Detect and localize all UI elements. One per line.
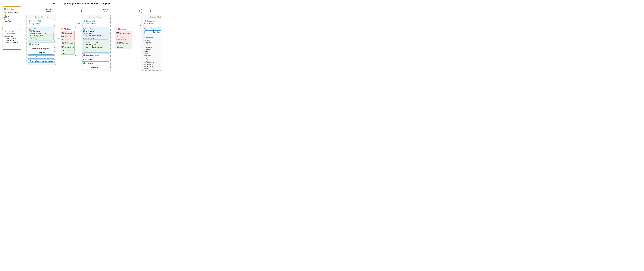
file-store-label-3-inner: File Store xyxy=(146,37,153,39)
context-window-21: Context Window ⚙ Control Unit 1. Test al… xyxy=(142,15,161,71)
file-store-header-1: 📁 File Store xyxy=(61,28,74,30)
file-register-html: ● register.html xyxy=(144,47,161,49)
file-store-header-3-inner: 📁 File Store xyxy=(143,37,161,39)
instruction2-item: 1. Create registration xyxy=(83,23,108,25)
file-user-py: ● user.py xyxy=(143,67,161,69)
user-icon: 👤 xyxy=(4,8,6,11)
file-app-py: ● app.py xyxy=(143,51,161,53)
file-test-mock-db-py: ● test_mock_db.py xyxy=(143,66,161,67)
templates-folder: 📁 templates xyxy=(143,40,161,42)
gear-icon-1: ⚙ xyxy=(29,20,31,22)
x-icon-2: ✗ xyxy=(83,54,86,56)
folder-icon-2: 📁 xyxy=(115,28,118,30)
folder-icon-1: 📁 xyxy=(61,28,63,30)
chat-icon-2: 💬 xyxy=(83,28,86,30)
file-home-html: ● home.html xyxy=(144,42,161,43)
columns-row: Context Window ⚙ Control Unit 1. Setup s… xyxy=(26,15,161,71)
chat-icon-21: 💬 xyxy=(144,28,146,30)
doc-icon: 📄 xyxy=(4,31,6,34)
file-store-header-2: 📁 File Store xyxy=(115,28,132,30)
file-group-chat-py: ● group_chat.py xyxy=(143,54,161,56)
user-task-header: 👤 User Task xyxy=(4,8,20,11)
write-file-2: [Write] file: app.py xyxy=(83,38,108,39)
llm-gen-header: 📄 LLM Gen.Instructions xyxy=(4,31,20,34)
folder-icon-3-inner: 📁 xyxy=(143,37,145,39)
valid-code-1: ✓ Valid code xyxy=(28,43,55,46)
complete-box-1: Complete xyxy=(28,51,55,55)
file-message-py: ● message.py xyxy=(143,56,161,58)
instruction1-block: Context Window ⚙ Control Unit 1. Setup s… xyxy=(26,15,76,65)
context-label-21: Context Window xyxy=(143,16,161,18)
error-label-2: Error. Failed 2 tests xyxy=(86,54,99,56)
user-task-content: Code an online chat app with: • Sign-up … xyxy=(4,11,20,27)
valid-code-label-1: Valid code xyxy=(32,44,39,45)
llm-resp-header-1: 💬 LLM Resp. xyxy=(29,28,54,30)
instruction2-label: Instruction 2. xyxy=(102,8,111,10)
control-unit-label-1: Control Unit xyxy=(31,20,41,22)
app-py-block-2: app.py from flask import Flask,request .… xyxy=(115,31,132,41)
control-unit-1: ⚙ Control Unit 1. Setup structure xyxy=(28,19,55,26)
file-store-2: 📁 File Store app.py from flask import Fl… xyxy=(114,27,133,50)
llm-gen-content: 1. Setup structure 2. Create registratio… xyxy=(4,35,20,48)
valid-code-2: ✓ Valid code xyxy=(82,61,109,65)
file-test-message-py: ● test_message.py xyxy=(143,64,161,66)
control-unit-2: ⚙ Control Unit 1. Create registration xyxy=(82,19,109,26)
dots-separator: · · · xyxy=(140,8,145,14)
write-file2-2: [Write] app.py xyxy=(82,58,109,61)
user-task-label: User Task xyxy=(7,8,14,10)
control-unit-21: ⚙ Control Unit 1. Test all code xyxy=(143,19,161,26)
control-unit-header-1: ⚙ Control Unit xyxy=(29,20,54,22)
write-file-1: [Write] file: app.py xyxy=(29,30,54,32)
gear-icon-21: ⚙ xyxy=(144,20,146,22)
instruction1-item: 1. Setup structure xyxy=(29,23,54,25)
llm-resp-21: 💬 LLM Resp. Complete xyxy=(143,27,161,36)
control-unit-label-21: Control Unit xyxy=(146,20,156,22)
page-title: L2MAC: Large Language Model Automatic Co… xyxy=(2,2,159,5)
file-status-html: ● status.html xyxy=(144,49,161,51)
context-window-2: Context Window ⚙ Control Unit 1. Create … xyxy=(80,15,111,71)
test-app-block-1: test_app.py from app import app, users w… xyxy=(61,41,74,55)
dots-middle: · · · xyxy=(135,23,139,29)
context-label-2: Context Window xyxy=(82,16,109,18)
llm-resp-label-1: LLM Resp. xyxy=(32,28,39,30)
file-store-label-1: File Store xyxy=(64,28,71,30)
file-test-app-py: ● test_app.py xyxy=(143,60,161,62)
file-mock-db-py: ● mock_db.py xyxy=(143,58,161,60)
check-icon-1: ✓ xyxy=(29,43,31,46)
llm-resp-label-21: LLM Resp. xyxy=(147,28,155,30)
llm-resp-1: 💬 LLM Resp. [Write] file: app.py from fl… xyxy=(28,27,55,42)
instruction1-sub: Agent xyxy=(46,10,51,12)
chat-icon-1: 💬 xyxy=(29,28,31,30)
gear-icon-2: ⚙ xyxy=(83,20,85,22)
test-app-block-2: test_app.py from app import app, users .… xyxy=(115,41,132,49)
context-window-1: Context Window ⚙ Control Unit 1. Setup s… xyxy=(26,15,56,65)
file-store-label-2: File Store xyxy=(118,28,126,30)
code-block-1: from flask import Flask app = Flask(__na… xyxy=(29,32,54,41)
instruction21-block: Context Window ⚙ Control Unit 1. Test al… xyxy=(142,15,161,71)
has-instruction-box: Has instruction completed? xyxy=(28,47,55,50)
instruction2-block: Context Window ⚙ Control Unit 1. Create … xyxy=(80,15,133,71)
code-block-2: ... @app.route('/signup', methods=['POST… xyxy=(83,39,108,51)
file-list-21: 📁 templates ● home.html ● login.html ● p… xyxy=(143,40,161,69)
file-profile-html: ● profile.html xyxy=(144,45,161,47)
llm-resp-header-21: 💬 LLM Resp. xyxy=(144,28,161,30)
instruction21-item: 1. Test all code xyxy=(144,23,161,25)
llm-gen-box: 📄 LLM Gen.Instructions 1. Setup structur… xyxy=(2,29,21,50)
file-store-1: 📁 File Store app.py from flask import js… xyxy=(60,27,76,56)
left-panel: 👤 User Task Code an online chat app with… xyxy=(2,7,21,50)
summarize-box: Summarize step xyxy=(28,55,55,59)
llm-resp-header-2: 💬 LLM Resp. xyxy=(83,28,108,30)
context-label-1: Context Window xyxy=(28,16,55,18)
app-py-block-1: app.py from flask import jsonify @app.ro… xyxy=(61,31,74,41)
control-unit-label-2: Control Unit xyxy=(86,20,95,22)
complete-box-2: Complete ... xyxy=(82,66,109,69)
instruction1-label: Instruction 1. xyxy=(44,8,53,10)
file-content-2: file: app.py from flask import Flask ... xyxy=(83,32,108,37)
instructions-section: Instruction 1. Agent Instruction 2. Agen… xyxy=(25,7,161,71)
valid-code-label-2: Valid code xyxy=(86,62,93,64)
file-test-group-chat-py: ● test_group_chat.py xyxy=(143,62,161,64)
llm-gen-label: LLM Gen.Instructions xyxy=(7,31,16,34)
check-icon-2: ✓ xyxy=(83,62,86,64)
read-file-2: [Read] file: app.py xyxy=(83,30,108,32)
folder-small-icon: 📁 xyxy=(143,40,144,42)
